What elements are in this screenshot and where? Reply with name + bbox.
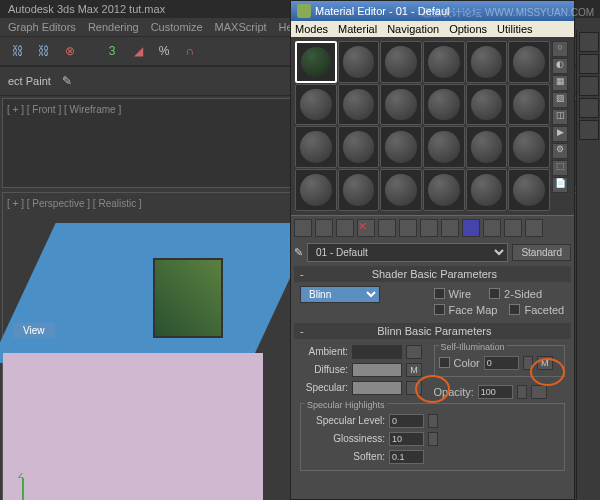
sample-slot[interactable]	[338, 41, 380, 83]
backlight-icon[interactable]: ◐	[552, 58, 568, 74]
sample-slot[interactable]	[338, 84, 380, 126]
axis-gizmo-icon[interactable]: zx	[13, 473, 53, 500]
sample-slot[interactable]	[508, 126, 550, 168]
sample-slot[interactable]	[423, 41, 465, 83]
spinner-arrows-icon[interactable]	[428, 432, 438, 446]
faceted-checkbox[interactable]	[509, 304, 520, 315]
sample-slot[interactable]	[380, 84, 422, 126]
sample-slot[interactable]	[466, 84, 508, 126]
mat-id-icon[interactable]	[441, 219, 459, 237]
sample-slot[interactable]	[423, 126, 465, 168]
spinner-arrows-icon[interactable]	[517, 385, 527, 399]
snap-angle-icon[interactable]: ◢	[128, 41, 148, 61]
sample-slot[interactable]	[466, 41, 508, 83]
magnet-icon[interactable]: ∩	[180, 41, 200, 61]
scene-3d-box[interactable]	[23, 223, 283, 500]
mat-menu-material[interactable]: Material	[338, 23, 377, 35]
diffuse-color-swatch[interactable]	[352, 363, 402, 377]
put-to-scene-icon[interactable]	[315, 219, 333, 237]
diffuse-map-button[interactable]: M	[406, 363, 422, 377]
display-panel-icon[interactable]	[579, 120, 599, 140]
material-name-dropdown[interactable]: 01 - Default	[307, 243, 508, 262]
make-preview-icon[interactable]: ▶	[552, 126, 568, 142]
motion-panel-icon[interactable]	[579, 98, 599, 118]
hierarchy-panel-icon[interactable]	[579, 76, 599, 96]
sample-slot[interactable]	[295, 126, 337, 168]
options-icon[interactable]: ⚙	[552, 143, 568, 159]
link-icon[interactable]: ⛓	[8, 41, 28, 61]
show-end-icon[interactable]	[483, 219, 501, 237]
menu-graph-editors[interactable]: Graph Editors	[8, 21, 76, 33]
ambient-color-swatch[interactable]	[352, 345, 402, 359]
show-in-vp-icon[interactable]	[462, 219, 480, 237]
sample-slot[interactable]	[466, 126, 508, 168]
color-checkbox[interactable]	[439, 357, 450, 368]
shader-dropdown[interactable]: Blinn	[300, 286, 380, 303]
sample-type-icon[interactable]: ○	[552, 41, 568, 57]
reset-icon[interactable]: ✕	[357, 219, 375, 237]
sample-slot[interactable]	[338, 126, 380, 168]
unlink-icon[interactable]: ⛓	[34, 41, 54, 61]
glossiness-spinner[interactable]: 10	[389, 432, 424, 446]
menu-customize[interactable]: Customize	[151, 21, 203, 33]
sample-slot[interactable]	[338, 169, 380, 211]
pick-icon[interactable]: ✎	[294, 246, 303, 259]
sample-slot[interactable]	[380, 41, 422, 83]
material-type-button[interactable]: Standard	[512, 244, 571, 261]
ambient-map-button[interactable]	[406, 345, 422, 359]
soften-spinner[interactable]: 0.1	[389, 450, 424, 464]
opacity-spinner[interactable]: 100	[478, 385, 513, 399]
bind-icon[interactable]: ⊗	[60, 41, 80, 61]
assign-icon[interactable]	[336, 219, 354, 237]
modify-panel-icon[interactable]	[579, 54, 599, 74]
create-panel-icon[interactable]	[579, 32, 599, 52]
sample-slot[interactable]	[295, 169, 337, 211]
viewport-persp-label[interactable]: [ + ] [ Perspective ] [ Realistic ]	[7, 198, 142, 209]
go-sibling-icon[interactable]	[525, 219, 543, 237]
sample-slot[interactable]	[295, 84, 337, 126]
sample-uv-icon[interactable]: ▨	[552, 92, 568, 108]
sample-slot[interactable]	[423, 84, 465, 126]
mat-menu-modes[interactable]: Modes	[295, 23, 328, 35]
sample-slot[interactable]	[380, 126, 422, 168]
specular-color-swatch[interactable]	[352, 381, 402, 395]
make-unique-icon[interactable]	[399, 219, 417, 237]
mat-menu-utilities[interactable]: Utilities	[497, 23, 532, 35]
snap-3-icon[interactable]: 3	[102, 41, 122, 61]
rollout-header[interactable]: - Blinn Basic Parameters	[294, 323, 571, 339]
spinner-arrows-icon[interactable]	[428, 414, 438, 428]
two-sided-checkbox[interactable]	[489, 288, 500, 299]
menu-rendering[interactable]: Rendering	[88, 21, 139, 33]
self-illum-map-button[interactable]: M	[537, 356, 553, 370]
menu-maxscript[interactable]: MAXScript	[215, 21, 267, 33]
sample-slot[interactable]	[380, 169, 422, 211]
viewport-front-label[interactable]: [ + ] [ Front ] [ Wireframe ]	[7, 104, 121, 115]
spec-level-spinner[interactable]: 0	[389, 414, 424, 428]
make-copy-icon[interactable]	[378, 219, 396, 237]
snap-percent-icon[interactable]: %	[154, 41, 174, 61]
sample-slot[interactable]	[508, 169, 550, 211]
view-button[interactable]: View	[13, 323, 55, 338]
paint-icon[interactable]: ✎	[57, 71, 77, 91]
self-illum-spinner[interactable]: 0	[484, 356, 519, 370]
select-by-mat-icon[interactable]: ⬚	[552, 160, 568, 176]
background-icon[interactable]: ▦	[552, 75, 568, 91]
spinner-arrows-icon[interactable]	[523, 356, 533, 370]
face-map-checkbox[interactable]	[434, 304, 445, 315]
rollout-header[interactable]: - Shader Basic Parameters	[294, 266, 571, 282]
sample-slot[interactable]	[466, 169, 508, 211]
sample-slot[interactable]	[508, 41, 550, 83]
wire-checkbox[interactable]	[434, 288, 445, 299]
sample-slot[interactable]	[423, 169, 465, 211]
go-parent-icon[interactable]	[504, 219, 522, 237]
opacity-map-button[interactable]	[531, 385, 547, 399]
sample-slot[interactable]	[508, 84, 550, 126]
get-material-icon[interactable]	[294, 219, 312, 237]
specular-map-button[interactable]	[406, 381, 422, 395]
sample-slot-0[interactable]	[295, 41, 337, 83]
mat-menu-options[interactable]: Options	[449, 23, 487, 35]
material-map-icon[interactable]: 📄	[552, 177, 568, 193]
put-to-lib-icon[interactable]	[420, 219, 438, 237]
mat-menu-navigation[interactable]: Navigation	[387, 23, 439, 35]
video-check-icon[interactable]: ◫	[552, 109, 568, 125]
